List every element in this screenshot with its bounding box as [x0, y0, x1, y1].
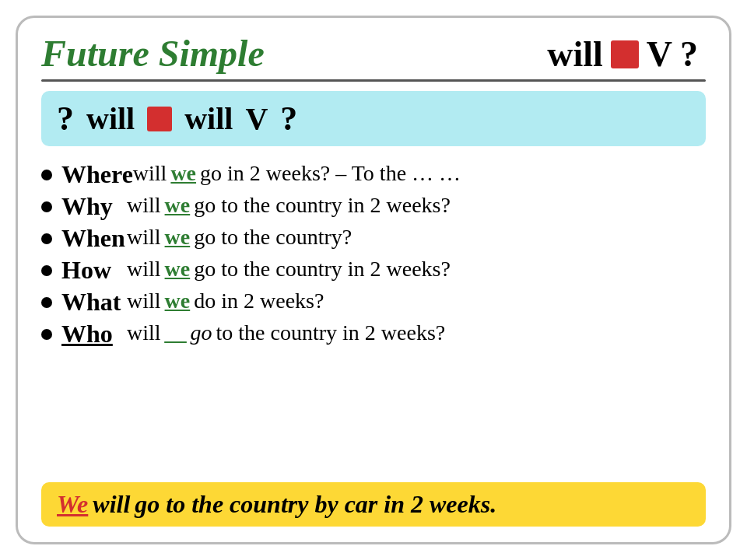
- bullet-when: [41, 233, 52, 244]
- bullet-who: [41, 329, 52, 340]
- wh-who: Who: [41, 320, 127, 348]
- bottom-rest: go to the country by car in 2 weeks.: [135, 490, 496, 519]
- bottom-we: We: [57, 490, 88, 519]
- wh-when: When: [41, 224, 127, 253]
- sentence-what: will we do in 2 weeks?: [127, 289, 324, 313]
- sentence-who: will __ go to the country in 2 weeks?: [127, 320, 445, 345]
- bullet-where: [41, 170, 52, 180]
- rows-area: Where will we go in 2 weeks? – To the … …: [41, 160, 706, 474]
- title: Future Simple: [41, 33, 265, 75]
- wh-what: What: [41, 288, 127, 317]
- sentence-where: will we go in 2 weeks? – To the … …: [133, 161, 461, 186]
- row-where: Where will we go in 2 weeks? – To the … …: [41, 160, 706, 189]
- banner-will2: will: [184, 100, 233, 137]
- sentence-why: will we go to the country in 2 weeks?: [127, 193, 451, 218]
- banner-q2: ?: [280, 99, 297, 138]
- formula-top: will V ?: [547, 33, 706, 75]
- slide: Future Simple will V ? ? will will V ? W…: [16, 16, 731, 544]
- top-row: Future Simple will V ?: [41, 33, 706, 75]
- row-when: When will we go to the country?: [41, 224, 706, 253]
- row-what: What will we do in 2 weeks?: [41, 288, 706, 317]
- banner-will1: will: [86, 100, 135, 137]
- divider: [41, 79, 706, 82]
- wh-why: Why: [41, 192, 127, 221]
- bullet-what: [41, 297, 52, 308]
- row-how: How will we go to the country in 2 weeks…: [41, 256, 706, 285]
- banner-v: V: [245, 100, 268, 137]
- row-who: Who will __ go to the country in 2 weeks…: [41, 320, 706, 348]
- red-box-top: [611, 40, 639, 68]
- formula-will: will: [547, 33, 603, 75]
- banner: ? will will V ?: [41, 91, 706, 146]
- sentence-when: will we go to the country?: [127, 225, 352, 250]
- formula-v: V: [647, 33, 672, 75]
- bullet-how: [41, 265, 52, 276]
- bottom-bar: We will go to the country by car in 2 we…: [41, 482, 706, 527]
- row-why: Why will we go to the country in 2 weeks…: [41, 192, 706, 221]
- sentence-how: will we go to the country in 2 weeks?: [127, 257, 451, 282]
- banner-red-box: [147, 107, 172, 131]
- bottom-will: will: [93, 490, 130, 519]
- wh-how: How: [41, 256, 127, 285]
- formula-question: ?: [680, 33, 698, 75]
- wh-where: Where: [41, 160, 133, 189]
- bullet-why: [41, 201, 52, 212]
- banner-q1: ?: [57, 99, 74, 138]
